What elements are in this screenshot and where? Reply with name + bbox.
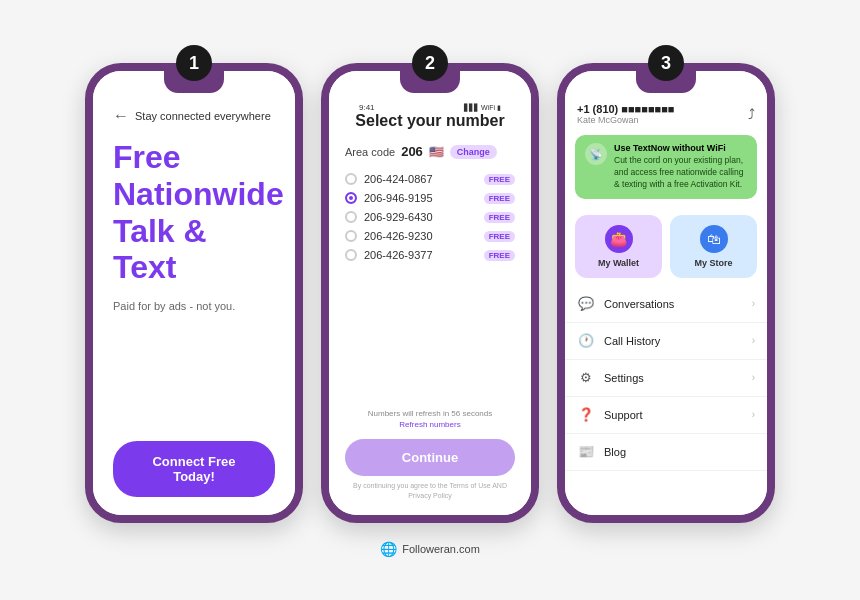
area-code-value: 206 [401,144,423,159]
phone2-wrapper: 2 9:41 ▋▋▋ WiFi ▮ Select your number Are… [321,63,539,523]
phones-container: 1 ← Stay connected everywhere Free Natio… [75,43,785,533]
battery-icon: ▮ [497,104,501,112]
area-code-label: Area code [345,146,395,158]
support-label: Support [604,409,743,421]
globe-icon: 🌐 [380,541,397,557]
menu-conversations[interactable]: 💬 Conversations › [565,286,767,323]
share-icon[interactable]: ⤴ [748,106,755,122]
step1-badge: 1 [176,45,212,81]
menu-items-list: 💬 Conversations › 🕐 Call History › ⚙ Set… [565,286,767,471]
connect-button[interactable]: Connect Free Today! [113,441,275,497]
status-time: 9:41 [359,103,375,112]
phone2-screen: 9:41 ▋▋▋ WiFi ▮ Select your number Area … [329,71,531,515]
area-code-row: Area code 206 🇺🇸 Change [345,144,515,159]
support-icon: ❓ [577,406,595,424]
number-item-3[interactable]: 206-929-6430 FREE [345,211,515,223]
phone2: 9:41 ▋▋▋ WiFi ▮ Select your number Area … [321,63,539,523]
conversations-chevron: › [752,298,755,309]
free-badge-5: FREE [484,250,515,261]
radio-1[interactable] [345,173,357,185]
radio-4[interactable] [345,230,357,242]
step3-badge: 3 [648,45,684,81]
step2-badge: 2 [412,45,448,81]
phone3: +1 (810) ■■■■■■■■ Kate McGowan ⤴ 📡 Use T… [557,63,775,523]
free-badge-2: FREE [484,193,515,204]
phone3-info: +1 (810) ■■■■■■■■ Kate McGowan [577,103,675,125]
phone1-headline: Free Nationwide Talk & Text [113,139,275,286]
number-list: 206-424-0867 FREE 206-946-9195 FREE 206-… [345,173,515,403]
wifi-status-icon: WiFi [481,104,495,111]
radio-2[interactable] [345,192,357,204]
phone1-subtitle: Paid for by ads - not you. [113,300,275,312]
wifi-banner-icon: 📡 [585,143,607,165]
wifi-banner-text: Cut the cord on your existing plan, and … [614,155,747,191]
phone1-wrapper: 1 ← Stay connected everywhere Free Natio… [85,63,303,523]
screen1-header-title: Stay connected everywhere [135,110,271,122]
menu-call-history[interactable]: 🕐 Call History › [565,323,767,360]
select-number-title: Select your number [345,112,515,130]
blog-icon: 📰 [577,443,595,461]
back-arrow-icon[interactable]: ← [113,107,129,125]
radio-3[interactable] [345,211,357,223]
blog-label: Blog [604,446,755,458]
phone1: ← Stay connected everywhere Free Nationw… [85,63,303,523]
wallet-card[interactable]: 👛 My Wallet [575,215,662,278]
number-2: 206-946-9195 [364,192,433,204]
conversations-label: Conversations [604,298,743,310]
wifi-banner-title: Use TextNow without WiFi [614,143,747,153]
status-bar: 9:41 ▋▋▋ WiFi ▮ [345,99,515,112]
phone3-screen: +1 (810) ■■■■■■■■ Kate McGowan ⤴ 📡 Use T… [565,71,767,515]
number-5: 206-426-9377 [364,249,433,261]
wifi-banner-content: Use TextNow without WiFi Cut the cord on… [614,143,747,191]
settings-chevron: › [752,372,755,383]
continue-button[interactable]: Continue [345,439,515,476]
settings-icon: ⚙ [577,369,595,387]
free-badge-1: FREE [484,174,515,185]
refresh-countdown: Numbers will refresh in 56 seconds [345,409,515,418]
support-chevron: › [752,409,755,420]
refresh-numbers-link[interactable]: Refresh numbers [345,420,515,429]
change-area-code-button[interactable]: Change [450,145,497,159]
free-badge-4: FREE [484,231,515,242]
number-item-1[interactable]: 206-424-0867 FREE [345,173,515,185]
free-badge-3: FREE [484,212,515,223]
flag-icon: 🇺🇸 [429,145,444,159]
signal-icon: ▋▋▋ [464,104,479,112]
phone1-screen: ← Stay connected everywhere Free Nationw… [93,71,295,515]
settings-label: Settings [604,372,743,384]
status-icons: ▋▋▋ WiFi ▮ [464,104,501,112]
terms-text: By continuing you agree to the Terms of … [345,481,515,501]
conversations-icon: 💬 [577,295,595,313]
store-card-label: My Store [694,258,732,268]
back-row: ← Stay connected everywhere [113,107,275,125]
phone3-header: +1 (810) ■■■■■■■■ Kate McGowan ⤴ [565,99,767,127]
phone3-wrapper: 3 +1 (810) ■■■■■■■■ Kate McGowan ⤴ 📡 Use… [557,63,775,523]
wifi-banner: 📡 Use TextNow without WiFi Cut the cord … [575,135,757,199]
number-item-4[interactable]: 206-426-9230 FREE [345,230,515,242]
call-history-icon: 🕐 [577,332,595,350]
footer: 🌐 Followeran.com [380,541,480,557]
number-item-2[interactable]: 206-946-9195 FREE [345,192,515,204]
number-4: 206-426-9230 [364,230,433,242]
number-3: 206-929-6430 [364,211,433,223]
footer-text: Followeran.com [402,543,480,555]
store-card[interactable]: 🛍 My Store [670,215,757,278]
wallet-card-label: My Wallet [598,258,639,268]
number-item-5[interactable]: 206-426-9377 FREE [345,249,515,261]
radio-5[interactable] [345,249,357,261]
phone3-number: +1 (810) ■■■■■■■■ [577,103,675,115]
menu-blog[interactable]: 📰 Blog [565,434,767,471]
call-history-chevron: › [752,335,755,346]
call-history-label: Call History [604,335,743,347]
menu-support[interactable]: ❓ Support › [565,397,767,434]
menu-cards: 👛 My Wallet 🛍 My Store [565,207,767,286]
phone3-username: Kate McGowan [577,115,675,125]
wallet-card-icon: 👛 [605,225,633,253]
menu-settings[interactable]: ⚙ Settings › [565,360,767,397]
number-1: 206-424-0867 [364,173,433,185]
store-card-icon: 🛍 [700,225,728,253]
